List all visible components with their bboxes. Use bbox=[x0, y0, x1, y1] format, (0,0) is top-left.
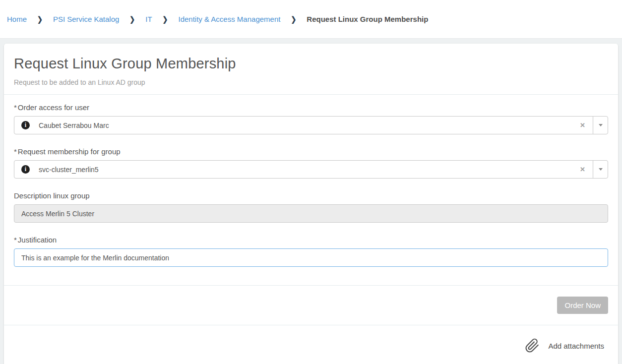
info-circle-icon: i bbox=[21, 121, 30, 129]
description-input bbox=[14, 204, 608, 223]
group-combobox[interactable]: i svc-cluster_merlin5 ✕ bbox=[14, 160, 608, 179]
breadcrumb: Home ❯ PSI Service Katalog ❯ IT ❯ Identi… bbox=[7, 15, 428, 23]
caret-down-icon bbox=[599, 124, 603, 126]
field-label-description: Description linux group bbox=[14, 191, 608, 200]
user-combobox-value: Caubet Serrabou Marc bbox=[39, 121, 572, 129]
form-header: Request Linux Group Membership Request t… bbox=[4, 44, 618, 95]
page-title: Request Linux Group Membership bbox=[14, 56, 608, 72]
order-now-button[interactable]: Order Now bbox=[557, 297, 608, 314]
breadcrumb-link-home[interactable]: Home bbox=[7, 15, 27, 23]
form-body: *Order access for user i Caubet Serrabou… bbox=[4, 95, 618, 286]
breadcrumb-link-identity-access-management[interactable]: Identity & Access Management bbox=[178, 15, 280, 23]
required-marker: * bbox=[14, 147, 17, 156]
justification-input[interactable] bbox=[14, 248, 608, 267]
field-label-user: *Order access for user bbox=[14, 103, 608, 112]
request-form-card: Request Linux Group Membership Request t… bbox=[4, 44, 618, 364]
caret-down-icon bbox=[599, 168, 603, 171]
info-circle-icon: i bbox=[21, 165, 30, 174]
required-marker: * bbox=[14, 236, 17, 244]
field-group-description: Description linux group bbox=[14, 191, 608, 223]
chevron-right-icon: ❯ bbox=[291, 15, 296, 23]
breadcrumb-bar: Home ❯ PSI Service Katalog ❯ IT ❯ Identi… bbox=[0, 0, 622, 39]
field-group-group: *Request membership for group i svc-clus… bbox=[14, 147, 608, 179]
attachments-row: Add attachments bbox=[4, 325, 618, 364]
field-label-group: *Request membership for group bbox=[14, 147, 608, 156]
user-dropdown-toggle[interactable] bbox=[593, 117, 608, 134]
field-label-description-text: Description linux group bbox=[14, 191, 90, 200]
paperclip-icon[interactable] bbox=[525, 338, 540, 353]
clear-selection-icon[interactable]: ✕ bbox=[572, 121, 593, 129]
info-icon-glyph: i bbox=[25, 121, 26, 129]
required-marker: * bbox=[14, 103, 17, 112]
breadcrumb-link-it[interactable]: IT bbox=[145, 15, 152, 23]
form-actions: Order Now bbox=[4, 286, 618, 325]
field-label-user-text: Order access for user bbox=[18, 103, 89, 112]
page-subtitle: Request to be added to an Linux AD group bbox=[14, 78, 608, 86]
field-group-user: *Order access for user i Caubet Serrabou… bbox=[14, 103, 608, 134]
chevron-right-icon: ❯ bbox=[129, 15, 135, 23]
field-group-justification: *Justification bbox=[14, 236, 608, 267]
user-combobox[interactable]: i Caubet Serrabou Marc ✕ bbox=[14, 116, 608, 134]
chevron-right-icon: ❯ bbox=[163, 15, 168, 23]
field-label-group-text: Request membership for group bbox=[18, 147, 121, 156]
chevron-right-icon: ❯ bbox=[37, 15, 43, 23]
breadcrumb-current-page: Request Linux Group Membership bbox=[307, 15, 428, 23]
field-label-justification-text: Justification bbox=[18, 236, 57, 244]
info-icon-glyph: i bbox=[25, 166, 26, 173]
group-combobox-value: svc-cluster_merlin5 bbox=[39, 166, 572, 174]
field-label-justification: *Justification bbox=[14, 236, 608, 244]
breadcrumb-link-psi-service-katalog[interactable]: PSI Service Katalog bbox=[53, 15, 119, 23]
add-attachments-label[interactable]: Add attachments bbox=[548, 342, 604, 350]
group-dropdown-toggle[interactable] bbox=[593, 161, 608, 178]
clear-selection-icon[interactable]: ✕ bbox=[572, 166, 593, 173]
